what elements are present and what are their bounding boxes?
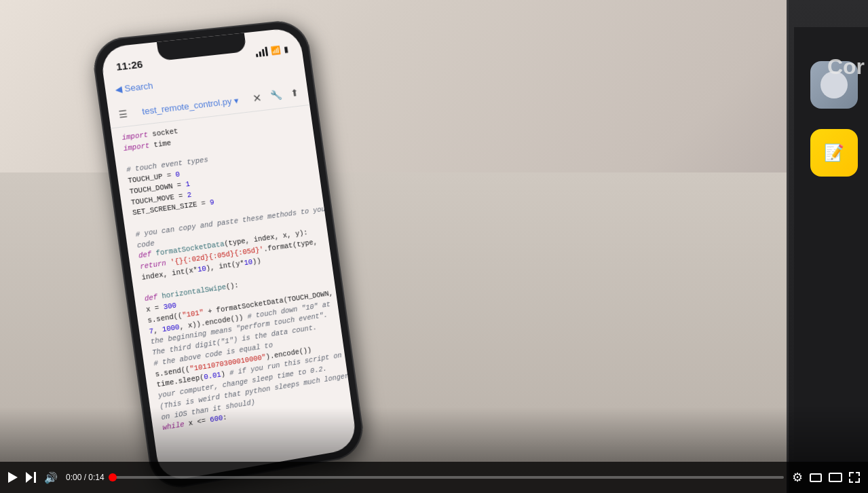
status-time: 11:26 bbox=[115, 58, 143, 73]
battery-icon: ▮ bbox=[283, 44, 289, 54]
settings-button[interactable]: ⚙ bbox=[792, 470, 803, 485]
status-icons: 📶 ▮ bbox=[255, 44, 289, 57]
controls-right: ⚙ bbox=[792, 470, 860, 485]
play-icon bbox=[8, 472, 18, 483]
video-container: 11:26 📶 ▮ ◀ Search ☰ bbox=[0, 0, 868, 493]
progress-dot bbox=[109, 473, 117, 481]
skip-button[interactable] bbox=[26, 472, 36, 483]
signal-icon bbox=[255, 47, 268, 58]
miniplayer-button[interactable] bbox=[810, 473, 822, 482]
progress-bar[interactable] bbox=[113, 476, 784, 479]
time-display: 0:00 / 0:14 bbox=[66, 473, 105, 482]
tab-title[interactable]: test_remote_control.py ▾ bbox=[141, 95, 239, 116]
notes-lines-icon: 📝 bbox=[824, 143, 844, 162]
notes-app-icon: 📝 bbox=[810, 129, 858, 177]
tab-icons: ✕ 🔧 ⬆ bbox=[252, 87, 299, 105]
cor-text: Cor bbox=[827, 54, 865, 79]
skip-triangle-icon bbox=[26, 472, 33, 483]
back-button[interactable]: ◀ Search bbox=[115, 80, 154, 94]
volume-icon: 🔊 bbox=[44, 471, 58, 484]
share-icon[interactable]: ⬆ bbox=[290, 87, 299, 101]
miniplayer-icon bbox=[810, 473, 822, 482]
gradient-overlay bbox=[0, 407, 868, 462]
close-icon[interactable]: ✕ bbox=[252, 92, 262, 105]
fullscreen-icon bbox=[849, 472, 860, 483]
fullscreen-button[interactable] bbox=[849, 472, 860, 483]
settings-icon: ⚙ bbox=[792, 470, 803, 485]
hamburger-icon[interactable]: ☰ bbox=[118, 108, 128, 120]
theater-button[interactable] bbox=[829, 473, 842, 482]
wifi-icon: 📶 bbox=[270, 45, 281, 56]
theater-icon bbox=[829, 473, 842, 482]
tablet-screen: 📝 bbox=[794, 27, 868, 466]
controls-bar: 🔊 0:00 / 0:14 ⚙ bbox=[0, 462, 868, 493]
skip-icon bbox=[26, 472, 36, 483]
volume-button[interactable]: 🔊 bbox=[44, 471, 58, 484]
play-button[interactable] bbox=[8, 472, 18, 483]
wrench-icon[interactable]: 🔧 bbox=[269, 89, 282, 103]
skip-line-icon bbox=[34, 472, 36, 483]
